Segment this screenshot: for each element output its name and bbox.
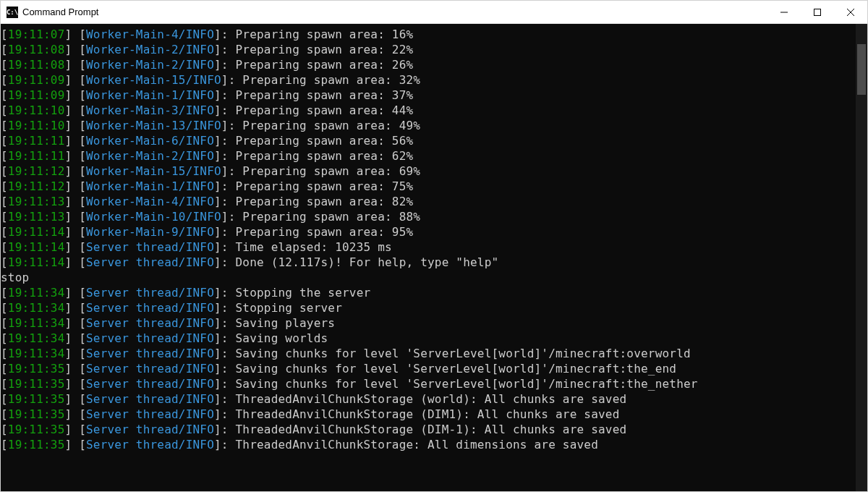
- terminal-log-line: [19:11:35] [Server thread/INFO]: Threade…: [1, 391, 856, 407]
- log-message: Saving chunks for level 'ServerLevel[wor…: [236, 347, 691, 360]
- window-title: Command Prompt: [22, 7, 767, 17]
- scrollbar-thumb[interactable]: [857, 44, 866, 95]
- log-source: Server thread/INFO: [86, 438, 214, 451]
- log-message: Preparing spawn area: 44%: [236, 103, 414, 117]
- log-message: Preparing spawn area: 75%: [236, 179, 414, 193]
- log-source: Worker-Main-3/INFO: [86, 103, 214, 117]
- terminal-log-line: [19:11:08] [Worker-Main-2/INFO]: Prepari…: [1, 42, 856, 57]
- terminal-log-line: [19:11:12] [Worker-Main-1/INFO]: Prepari…: [1, 179, 856, 194]
- log-source: Server thread/INFO: [86, 347, 214, 360]
- log-source: Server thread/INFO: [86, 331, 214, 345]
- terminal-area: [19:11:07] [Worker-Main-4/INFO]: Prepari…: [1, 24, 867, 491]
- terminal-log-line: [19:11:35] [Server thread/INFO]: Threade…: [1, 437, 856, 452]
- log-message: ThreadedAnvilChunkStorage (world): All c…: [236, 392, 627, 406]
- log-source: Server thread/INFO: [86, 286, 214, 300]
- log-message: Preparing spawn area: 95%: [236, 225, 414, 239]
- log-source: Worker-Main-2/INFO: [86, 58, 214, 72]
- terminal-log-line: [19:11:35] [Server thread/INFO]: Saving …: [1, 376, 856, 391]
- log-timestamp: 19:11:35: [8, 407, 65, 421]
- terminal-log-line: [19:11:11] [Worker-Main-2/INFO]: Prepari…: [1, 148, 856, 164]
- log-source: Worker-Main-1/INFO: [86, 88, 214, 102]
- log-source: Server thread/INFO: [86, 255, 214, 269]
- log-timestamp: 19:11:35: [8, 362, 65, 376]
- log-message: Preparing spawn area: 88%: [242, 210, 420, 224]
- terminal-log-line: [19:11:34] [Server thread/INFO]: Saving …: [1, 346, 856, 361]
- log-message: Saving chunks for level 'ServerLevel[wor…: [236, 377, 698, 391]
- log-message: ThreadedAnvilChunkStorage (DIM-1): All c…: [236, 423, 627, 436]
- log-timestamp: 19:11:34: [8, 286, 65, 300]
- log-message: Preparing spawn area: 32%: [242, 73, 420, 87]
- log-timestamp: 19:11:13: [8, 195, 65, 208]
- log-source: Worker-Main-1/INFO: [86, 179, 214, 193]
- log-timestamp: 19:11:11: [8, 134, 65, 148]
- command-prompt-window: C:\ Command Prompt [19:11:07] [Worker-Ma…: [0, 0, 868, 492]
- terminal-log-line: [19:11:10] [Worker-Main-13/INFO]: Prepar…: [1, 118, 856, 133]
- log-timestamp: 19:11:34: [8, 301, 65, 315]
- log-message: Preparing spawn area: 62%: [236, 149, 414, 163]
- terminal-log-line: [19:11:35] [Server thread/INFO]: Threade…: [1, 407, 856, 422]
- terminal-log-line: [19:11:34] [Server thread/INFO]: Saving …: [1, 315, 856, 331]
- log-source: Worker-Main-10/INFO: [86, 210, 221, 224]
- maximize-icon: [814, 9, 821, 16]
- terminal-log-line: [19:11:08] [Worker-Main-2/INFO]: Prepari…: [1, 57, 856, 72]
- titlebar[interactable]: C:\ Command Prompt: [1, 1, 867, 24]
- log-message: Preparing spawn area: 16%: [236, 27, 414, 41]
- log-timestamp: 19:11:34: [8, 347, 65, 360]
- log-timestamp: 19:11:35: [8, 377, 65, 391]
- terminal-input-line: stop: [1, 270, 856, 285]
- terminal-log-line: [19:11:35] [Server thread/INFO]: Saving …: [1, 361, 856, 376]
- vertical-scrollbar[interactable]: [856, 24, 867, 491]
- terminal-log-line: [19:11:09] [Worker-Main-1/INFO]: Prepari…: [1, 88, 856, 103]
- log-source: Worker-Main-4/INFO: [86, 195, 214, 208]
- terminal-output[interactable]: [19:11:07] [Worker-Main-4/INFO]: Prepari…: [1, 24, 856, 491]
- close-button[interactable]: [834, 1, 867, 23]
- log-source: Server thread/INFO: [86, 423, 214, 436]
- log-message: Preparing spawn area: 49%: [242, 119, 420, 132]
- log-timestamp: 19:11:12: [8, 179, 65, 193]
- log-source: Server thread/INFO: [86, 316, 214, 330]
- log-message: Saving players: [236, 316, 336, 330]
- log-timestamp: 19:11:09: [8, 88, 65, 102]
- log-message: Stopping the server: [236, 286, 371, 300]
- log-timestamp: 19:11:34: [8, 331, 65, 345]
- minimize-button[interactable]: [767, 1, 801, 23]
- log-timestamp: 19:11:07: [8, 27, 65, 41]
- log-source: Worker-Main-2/INFO: [86, 149, 214, 163]
- minimize-icon: [780, 9, 788, 16]
- log-timestamp: 19:11:10: [8, 103, 65, 117]
- log-message: ThreadedAnvilChunkStorage (DIM1): All ch…: [236, 407, 620, 421]
- terminal-log-line: [19:11:14] [Server thread/INFO]: Done (1…: [1, 255, 856, 270]
- log-timestamp: 19:11:35: [8, 438, 65, 451]
- log-message: Preparing spawn area: 22%: [236, 43, 414, 56]
- terminal-log-line: [19:11:10] [Worker-Main-3/INFO]: Prepari…: [1, 103, 856, 118]
- log-source: Worker-Main-15/INFO: [86, 73, 221, 87]
- maximize-button[interactable]: [801, 1, 834, 23]
- terminal-log-line: [19:11:14] [Worker-Main-9/INFO]: Prepari…: [1, 224, 856, 239]
- terminal-log-line: [19:11:09] [Worker-Main-15/INFO]: Prepar…: [1, 72, 856, 88]
- terminal-log-line: [19:11:12] [Worker-Main-15/INFO]: Prepar…: [1, 164, 856, 179]
- log-source: Worker-Main-4/INFO: [86, 27, 214, 41]
- log-message: ThreadedAnvilChunkStorage: All dimension…: [236, 438, 598, 451]
- terminal-log-line: [19:11:34] [Server thread/INFO]: Saving …: [1, 331, 856, 346]
- log-timestamp: 19:11:35: [8, 423, 65, 436]
- log-timestamp: 19:11:34: [8, 316, 65, 330]
- log-message: Done (12.117s)! For help, type "help": [236, 255, 499, 269]
- log-source: Server thread/INFO: [86, 392, 214, 406]
- log-message: Preparing spawn area: 69%: [242, 164, 420, 178]
- terminal-log-line: [19:11:34] [Server thread/INFO]: Stoppin…: [1, 300, 856, 315]
- terminal-log-line: [19:11:34] [Server thread/INFO]: Stoppin…: [1, 285, 856, 300]
- log-source: Worker-Main-9/INFO: [86, 225, 214, 239]
- close-icon: [847, 9, 854, 16]
- cmd-icon: C:\: [7, 7, 18, 18]
- log-message: Time elapsed: 10235 ms: [236, 240, 392, 254]
- log-timestamp: 19:11:08: [8, 43, 65, 56]
- terminal-log-line: [19:11:07] [Worker-Main-4/INFO]: Prepari…: [1, 27, 856, 42]
- user-command: stop: [1, 271, 29, 284]
- log-timestamp: 19:11:14: [8, 225, 65, 239]
- log-timestamp: 19:11:08: [8, 58, 65, 72]
- log-message: Preparing spawn area: 37%: [236, 88, 414, 102]
- log-source: Worker-Main-13/INFO: [86, 119, 221, 132]
- log-timestamp: 19:11:14: [8, 240, 65, 254]
- terminal-log-line: [19:11:13] [Worker-Main-10/INFO]: Prepar…: [1, 209, 856, 224]
- terminal-log-line: [19:11:11] [Worker-Main-6/INFO]: Prepari…: [1, 133, 856, 148]
